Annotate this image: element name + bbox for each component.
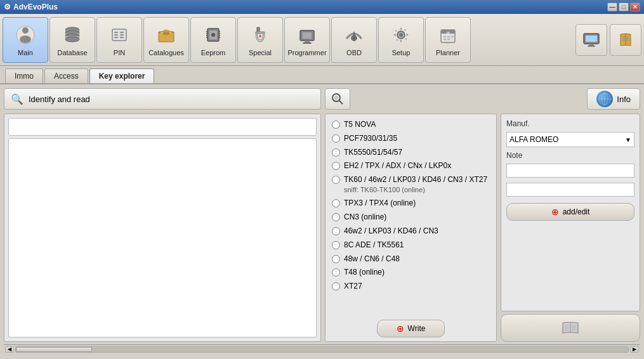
radio-item[interactable]: TPX3 / TPX4 (online) xyxy=(329,197,492,210)
book-button[interactable] xyxy=(610,24,641,56)
manuf-select[interactable]: ALFA ROMEO ▼ xyxy=(506,132,634,147)
radio-item[interactable]: XT27 xyxy=(329,280,492,293)
toolbar-btn-special[interactable]: Special xyxy=(237,17,283,63)
scroll-track[interactable] xyxy=(15,346,629,353)
action-bar: 🔍 Identify and read Info xyxy=(4,88,640,110)
planner-label: Planner xyxy=(436,49,460,56)
radio-label-tk60[interactable]: TK60 / 46w2 / LKP03 / KD46 / CN3 / XT27 … xyxy=(344,174,487,195)
info-label: Info xyxy=(617,95,631,104)
toolbar-btn-planner[interactable]: 16 Planner xyxy=(425,17,471,63)
radio-label-tpx3[interactable]: TPX3 / TPX4 (online) xyxy=(344,198,416,209)
app-icon: ⚙ xyxy=(4,3,11,11)
radio-input-cn3online[interactable] xyxy=(332,213,340,221)
eeprom-label: Eeprom xyxy=(201,49,226,56)
radio-label-cn3online[interactable]: CN3 (online) xyxy=(344,212,386,223)
radio-label-pcf[interactable]: PCF7930/31/35 xyxy=(344,133,397,144)
toolbar-btn-database[interactable]: Database xyxy=(49,17,95,63)
radio-item[interactable]: EH2 / TPX / ADX / CNx / LKP0x xyxy=(329,159,492,173)
radio-input-48w[interactable] xyxy=(332,255,340,263)
minimize-button[interactable]: — xyxy=(607,3,617,11)
left-list[interactable] xyxy=(8,138,317,337)
bottom-scrollbar[interactable]: ◀ ▶ xyxy=(4,344,640,353)
monitor-button[interactable] xyxy=(575,24,607,56)
radio-label-xt27[interactable]: XT27 xyxy=(344,281,362,292)
radio-label-eh2[interactable]: EH2 / TPX / ADX / CNx / LKP0x xyxy=(344,160,451,171)
toolbar-btn-setup[interactable]: Setup xyxy=(378,17,424,63)
radio-input-8c[interactable] xyxy=(332,241,340,249)
radio-input-t48[interactable] xyxy=(332,268,340,277)
scroll-thumb[interactable] xyxy=(16,347,92,352)
svg-rect-15 xyxy=(120,34,124,36)
note-input-1[interactable] xyxy=(506,164,634,178)
add-edit-button[interactable]: ⊕ add/edit xyxy=(506,203,634,221)
radio-item[interactable]: TK5550/51/54/57 xyxy=(329,146,492,159)
main-icon xyxy=(14,23,37,46)
radio-label-t5nova[interactable]: T5 NOVA xyxy=(344,119,376,130)
radio-item[interactable]: PCF7930/31/35 xyxy=(329,132,492,145)
write-button[interactable]: ⊕ Write xyxy=(377,320,445,337)
svg-rect-31 xyxy=(256,32,265,34)
info-button[interactable]: Info xyxy=(587,88,640,110)
scroll-left-button[interactable]: ◀ xyxy=(5,346,14,353)
special-icon xyxy=(249,23,272,46)
toolbar-btn-pin[interactable]: PIN xyxy=(96,17,142,63)
radio-input-t5nova[interactable] xyxy=(332,121,340,129)
identify-read-button[interactable]: 🔍 Identify and read xyxy=(4,88,321,110)
radio-input-tk60[interactable] xyxy=(332,176,340,184)
toolbar-btn-obd[interactable]: OBD xyxy=(331,17,377,63)
radio-item[interactable]: TK60 / 46w2 / LKP03 / KD46 / CN3 / XT27 … xyxy=(329,173,492,196)
radio-input-tk5550[interactable] xyxy=(332,148,340,157)
left-panel xyxy=(4,114,321,342)
add-label: add/edit xyxy=(563,207,590,216)
maximize-button[interactable]: □ xyxy=(619,3,629,11)
radio-input-46w2[interactable] xyxy=(332,227,340,235)
svg-rect-13 xyxy=(114,37,118,38)
radio-item[interactable]: T5 NOVA xyxy=(329,118,492,131)
note-input-2[interactable] xyxy=(506,183,634,197)
tab-immo[interactable]: Immo xyxy=(5,69,43,83)
radio-label-46w2[interactable]: 46w2 / LKP03 / KD46 / CN3 xyxy=(344,226,438,237)
radio-input-tpx3[interactable] xyxy=(332,199,340,207)
search-icon xyxy=(331,92,345,106)
radio-label-8c[interactable]: 8C ADE / TK5561 xyxy=(344,240,404,251)
close-button[interactable]: ✕ xyxy=(630,3,640,11)
svg-rect-53 xyxy=(588,46,595,47)
radio-option-list: T5 NOVA PCF7930/31/35 TK5550/51/54/57 EH… xyxy=(329,118,492,317)
toolbar-btn-eeprom[interactable]: Eeprom xyxy=(190,17,236,63)
radio-input-pcf[interactable] xyxy=(332,134,340,143)
right-inner: Manuf. ALFA ROMEO ▼ Note ⊕ add/edit xyxy=(501,114,640,311)
sub-tabs-bar: Immo Access Key explorer xyxy=(0,66,644,84)
toolbar-btn-programmer[interactable]: Programmer xyxy=(284,17,330,63)
programmer-icon xyxy=(296,23,319,46)
setup-label: Setup xyxy=(392,49,411,56)
svg-rect-36 xyxy=(303,42,312,44)
radio-label-tk5550[interactable]: TK5550/51/54/57 xyxy=(344,147,402,158)
database-icon xyxy=(61,23,84,46)
middle-panel: T5 NOVA PCF7930/31/35 TK5550/51/54/57 EH… xyxy=(325,114,497,342)
pin-icon xyxy=(108,23,131,46)
tab-access[interactable]: Access xyxy=(44,69,88,83)
add-icon: ⊕ xyxy=(551,207,559,217)
scroll-right-button[interactable]: ▶ xyxy=(630,346,639,353)
radio-item[interactable]: 46w2 / LKP03 / KD46 / CN3 xyxy=(329,225,492,238)
svg-point-32 xyxy=(259,35,261,37)
radio-input-xt27[interactable] xyxy=(332,282,340,290)
book-bottom-button[interactable] xyxy=(501,314,640,342)
radio-input-eh2[interactable] xyxy=(332,162,340,170)
radio-item[interactable]: T48 (online) xyxy=(329,266,492,279)
note-label: Note xyxy=(506,151,634,160)
svg-point-1 xyxy=(22,27,29,34)
radio-item[interactable]: 8C ADE / TK5561 xyxy=(329,238,492,252)
toolbar-btn-main[interactable]: Main xyxy=(3,17,48,63)
eeprom-icon xyxy=(202,23,225,46)
search-button[interactable] xyxy=(325,88,350,110)
write-icon: ⊕ xyxy=(397,323,404,334)
radio-label-t48[interactable]: T48 (online) xyxy=(344,267,384,278)
tab-key-explorer[interactable]: Key explorer xyxy=(89,69,155,83)
left-input-top[interactable] xyxy=(8,118,317,136)
toolbar-btn-catalogues[interactable]: Catalogues xyxy=(143,17,189,63)
radio-item[interactable]: 48w / CN6 / C48 xyxy=(329,252,492,266)
radio-item[interactable]: CN3 (online) xyxy=(329,211,492,224)
title-bar: ⚙ AdvEvoPlus — □ ✕ xyxy=(0,0,644,14)
radio-label-48w[interactable]: 48w / CN6 / C48 xyxy=(344,254,400,264)
